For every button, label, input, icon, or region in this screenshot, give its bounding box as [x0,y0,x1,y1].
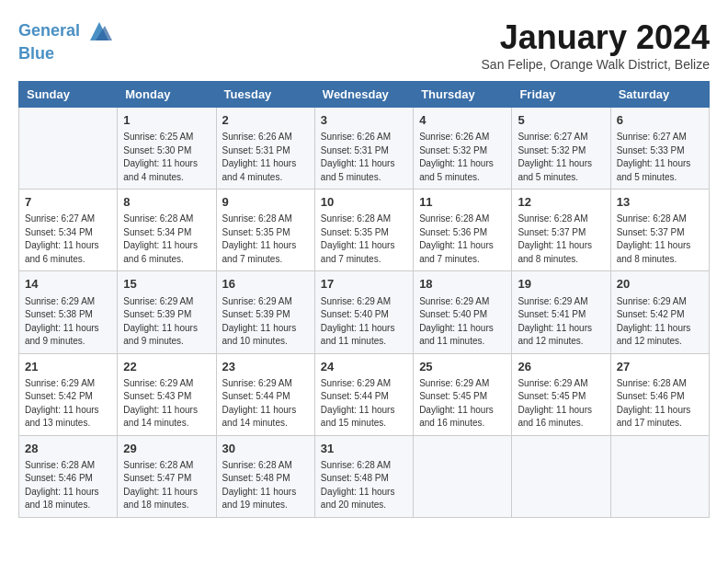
header-wednesday: Wednesday [314,82,413,108]
day-info: Sunrise: 6:28 AMSunset: 5:35 PMDaylight:… [222,213,309,266]
day-number: 18 [419,276,506,293]
calendar-cell: 27Sunrise: 6:28 AMSunset: 5:46 PMDayligh… [610,353,709,435]
day-number: 29 [123,441,210,457]
week-row-2: 7Sunrise: 6:27 AMSunset: 5:34 PMDaylight… [19,190,710,271]
day-info: Sunrise: 6:29 AMSunset: 5:39 PMDaylight:… [123,295,210,349]
calendar-cell: 12Sunrise: 6:28 AMSunset: 5:37 PMDayligh… [512,190,610,271]
day-number: 9 [222,194,309,211]
day-number: 3 [321,112,407,129]
day-info: Sunrise: 6:28 AMSunset: 5:47 PMDaylight:… [123,459,210,512]
logo-icon [86,18,112,44]
calendar-cell: 31Sunrise: 6:28 AMSunset: 5:48 PMDayligh… [314,435,413,517]
day-number: 23 [222,359,309,375]
logo: General Blue [18,18,112,64]
day-number: 24 [321,359,407,375]
month-title: January 2024 [482,18,710,57]
day-info: Sunrise: 6:29 AMSunset: 5:43 PMDaylight:… [123,377,210,431]
week-row-4: 21Sunrise: 6:29 AMSunset: 5:42 PMDayligh… [19,353,710,435]
day-info: Sunrise: 6:29 AMSunset: 5:41 PMDaylight:… [518,295,604,349]
day-number: 31 [321,441,407,457]
day-number: 25 [419,359,506,375]
day-info: Sunrise: 6:28 AMSunset: 5:46 PMDaylight:… [617,377,703,431]
calendar-cell: 23Sunrise: 6:29 AMSunset: 5:44 PMDayligh… [216,353,314,435]
calendar-cell: 4Sunrise: 6:26 AMSunset: 5:32 PMDaylight… [414,108,512,190]
day-number: 19 [518,276,604,293]
day-info: Sunrise: 6:29 AMSunset: 5:40 PMDaylight:… [321,295,407,349]
calendar-cell [610,435,709,517]
day-info: Sunrise: 6:28 AMSunset: 5:46 PMDaylight:… [25,459,111,512]
header-monday: Monday [118,82,216,108]
calendar-cell: 25Sunrise: 6:29 AMSunset: 5:45 PMDayligh… [414,353,512,435]
header-tuesday: Tuesday [216,82,314,108]
day-info: Sunrise: 6:25 AMSunset: 5:30 PMDaylight:… [123,131,210,184]
day-info: Sunrise: 6:29 AMSunset: 5:45 PMDaylight:… [419,377,506,431]
day-info: Sunrise: 6:29 AMSunset: 5:42 PMDaylight:… [617,295,703,349]
day-info: Sunrise: 6:29 AMSunset: 5:40 PMDaylight:… [419,295,506,349]
day-number: 12 [518,194,604,211]
week-row-5: 28Sunrise: 6:28 AMSunset: 5:46 PMDayligh… [19,435,710,517]
day-number: 7 [25,194,111,211]
calendar-cell: 5Sunrise: 6:27 AMSunset: 5:32 PMDaylight… [512,108,610,190]
calendar-cell: 26Sunrise: 6:29 AMSunset: 5:45 PMDayligh… [512,353,610,435]
calendar-cell [512,435,610,517]
day-number: 26 [518,359,604,375]
day-number: 4 [419,112,506,129]
day-number: 14 [25,276,111,293]
calendar-cell: 21Sunrise: 6:29 AMSunset: 5:42 PMDayligh… [19,353,118,435]
calendar-cell: 30Sunrise: 6:28 AMSunset: 5:48 PMDayligh… [216,435,314,517]
day-info: Sunrise: 6:28 AMSunset: 5:48 PMDaylight:… [222,459,309,512]
calendar-cell: 19Sunrise: 6:29 AMSunset: 5:41 PMDayligh… [512,271,610,353]
location-subtitle: San Felipe, Orange Walk District, Belize [482,57,710,72]
day-number: 27 [617,359,703,375]
day-number: 13 [617,194,703,211]
title-section: January 2024 San Felipe, Orange Walk Dis… [482,18,710,72]
calendar-cell: 17Sunrise: 6:29 AMSunset: 5:40 PMDayligh… [314,271,413,353]
week-row-3: 14Sunrise: 6:29 AMSunset: 5:38 PMDayligh… [19,271,710,353]
calendar-cell: 6Sunrise: 6:27 AMSunset: 5:33 PMDaylight… [610,108,709,190]
day-number: 11 [419,194,506,211]
calendar-cell: 15Sunrise: 6:29 AMSunset: 5:39 PMDayligh… [118,271,216,353]
calendar-cell: 2Sunrise: 6:26 AMSunset: 5:31 PMDaylight… [216,108,314,190]
day-info: Sunrise: 6:29 AMSunset: 5:44 PMDaylight:… [222,377,309,431]
header-thursday: Thursday [414,82,512,108]
day-info: Sunrise: 6:28 AMSunset: 5:37 PMDaylight:… [518,213,604,266]
day-number: 17 [321,276,407,293]
day-info: Sunrise: 6:28 AMSunset: 5:37 PMDaylight:… [617,213,703,266]
calendar-cell: 22Sunrise: 6:29 AMSunset: 5:43 PMDayligh… [118,353,216,435]
day-info: Sunrise: 6:29 AMSunset: 5:39 PMDaylight:… [222,295,309,349]
calendar-cell [19,108,118,190]
day-number: 10 [321,194,407,211]
day-number: 15 [123,276,210,293]
calendar-cell: 24Sunrise: 6:29 AMSunset: 5:44 PMDayligh… [314,353,413,435]
calendar-cell: 7Sunrise: 6:27 AMSunset: 5:34 PMDaylight… [19,190,118,271]
calendar-cell: 9Sunrise: 6:28 AMSunset: 5:35 PMDaylight… [216,190,314,271]
day-number: 2 [222,112,309,129]
header-row: SundayMondayTuesdayWednesdayThursdayFrid… [19,82,710,108]
day-info: Sunrise: 6:27 AMSunset: 5:34 PMDaylight:… [25,213,111,266]
calendar-cell: 11Sunrise: 6:28 AMSunset: 5:36 PMDayligh… [414,190,512,271]
header-saturday: Saturday [610,82,709,108]
day-info: Sunrise: 6:26 AMSunset: 5:31 PMDaylight:… [222,131,309,184]
day-info: Sunrise: 6:29 AMSunset: 5:38 PMDaylight:… [25,295,111,349]
day-number: 1 [123,112,210,129]
day-info: Sunrise: 6:27 AMSunset: 5:33 PMDaylight:… [617,131,703,184]
day-info: Sunrise: 6:27 AMSunset: 5:32 PMDaylight:… [518,131,604,184]
header-friday: Friday [512,82,610,108]
day-info: Sunrise: 6:29 AMSunset: 5:44 PMDaylight:… [321,377,407,431]
calendar-cell: 28Sunrise: 6:28 AMSunset: 5:46 PMDayligh… [19,435,118,517]
calendar-cell: 1Sunrise: 6:25 AMSunset: 5:30 PMDaylight… [118,108,216,190]
day-number: 28 [25,441,111,457]
calendar-cell [414,435,512,517]
day-info: Sunrise: 6:28 AMSunset: 5:34 PMDaylight:… [123,213,210,266]
day-info: Sunrise: 6:28 AMSunset: 5:36 PMDaylight:… [419,213,506,266]
day-info: Sunrise: 6:29 AMSunset: 5:45 PMDaylight:… [518,377,604,431]
calendar-cell: 8Sunrise: 6:28 AMSunset: 5:34 PMDaylight… [118,190,216,271]
calendar-cell: 14Sunrise: 6:29 AMSunset: 5:38 PMDayligh… [19,271,118,353]
day-info: Sunrise: 6:29 AMSunset: 5:42 PMDaylight:… [25,377,111,431]
day-number: 5 [518,112,604,129]
day-number: 21 [25,359,111,375]
calendar-table: SundayMondayTuesdayWednesdayThursdayFrid… [18,81,710,518]
calendar-cell: 10Sunrise: 6:28 AMSunset: 5:35 PMDayligh… [314,190,413,271]
day-info: Sunrise: 6:28 AMSunset: 5:48 PMDaylight:… [321,459,407,512]
calendar-cell: 13Sunrise: 6:28 AMSunset: 5:37 PMDayligh… [610,190,709,271]
